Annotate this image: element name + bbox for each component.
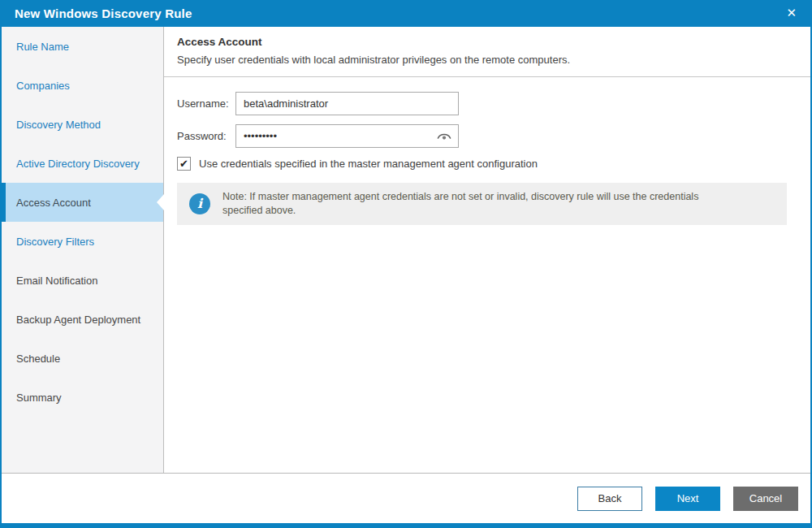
sidebar-item-backup-agent-deployment: Backup Agent Deployment <box>2 300 163 339</box>
sidebar-item-email-notification: Email Notification <box>2 261 163 300</box>
password-label: Password: <box>177 130 235 142</box>
step-label: Companies <box>16 80 70 92</box>
checkmark-icon: ✔ <box>179 158 188 169</box>
page-description: Specify user credentials with local admi… <box>177 54 797 66</box>
password-row: Password: <box>177 124 797 148</box>
step-header: Access Account Specify user credentials … <box>164 27 810 77</box>
username-label: Username: <box>177 97 235 110</box>
note-panel: i Note: If master management agent crede… <box>177 183 787 225</box>
credentials-form: Username: Password: <box>164 77 810 225</box>
step-label: Access Account <box>16 197 91 209</box>
username-input-wrap <box>235 92 459 115</box>
master-credentials-checkbox-row[interactable]: ✔ Use credentials specified in the maste… <box>177 157 797 171</box>
info-icon-glyph: i <box>197 196 202 211</box>
dialog-footer: Back Next Cancel <box>2 474 810 523</box>
step-label: Rule Name <box>16 41 69 53</box>
password-input-wrap <box>235 124 459 148</box>
step-label: Active Directory Discovery <box>16 158 140 170</box>
note-text: Note: If master management agent credent… <box>222 190 738 218</box>
username-row: Username: <box>177 92 797 115</box>
wizard-steps-sidebar: Rule Name Companies Discovery Method Act… <box>2 27 164 473</box>
sidebar-item-discovery-method[interactable]: Discovery Method <box>2 105 163 144</box>
page-title: Access Account <box>177 36 797 48</box>
step-label: Discovery Filters <box>16 236 94 248</box>
sidebar-item-schedule: Schedule <box>2 339 163 378</box>
new-windows-discovery-rule-dialog: New Windows Discovery Rule ✕ Rule Name C… <box>0 0 812 528</box>
step-label: Email Notification <box>16 275 97 287</box>
password-input[interactable] <box>235 124 459 148</box>
dialog-body: Rule Name Companies Discovery Method Act… <box>2 27 810 474</box>
sidebar-item-summary: Summary <box>2 378 163 417</box>
step-label: Schedule <box>16 353 60 365</box>
cancel-button[interactable]: Cancel <box>733 487 798 511</box>
sidebar-item-active-directory-discovery[interactable]: Active Directory Discovery <box>2 144 163 183</box>
step-label: Discovery Method <box>16 119 101 131</box>
sidebar-item-companies[interactable]: Companies <box>2 66 163 105</box>
back-button[interactable]: Back <box>577 487 642 511</box>
master-credentials-checkbox[interactable]: ✔ <box>177 157 191 171</box>
next-button[interactable]: Next <box>655 487 720 511</box>
info-icon: i <box>189 193 210 214</box>
show-password-icon[interactable] <box>436 131 452 142</box>
dialog-title: New Windows Discovery Rule <box>15 6 192 20</box>
sidebar-item-access-account[interactable]: Access Account <box>2 183 163 222</box>
username-input[interactable] <box>235 92 459 115</box>
sidebar-item-discovery-filters[interactable]: Discovery Filters <box>2 222 163 261</box>
close-icon[interactable]: ✕ <box>782 5 801 22</box>
step-label: Backup Agent Deployment <box>16 314 140 326</box>
step-content: Access Account Specify user credentials … <box>164 27 810 473</box>
sidebar-item-rule-name[interactable]: Rule Name <box>2 27 163 66</box>
title-bar: New Windows Discovery Rule ✕ <box>0 0 812 27</box>
step-label: Summary <box>16 392 62 404</box>
master-credentials-checkbox-label: Use credentials specified in the master … <box>199 158 538 170</box>
